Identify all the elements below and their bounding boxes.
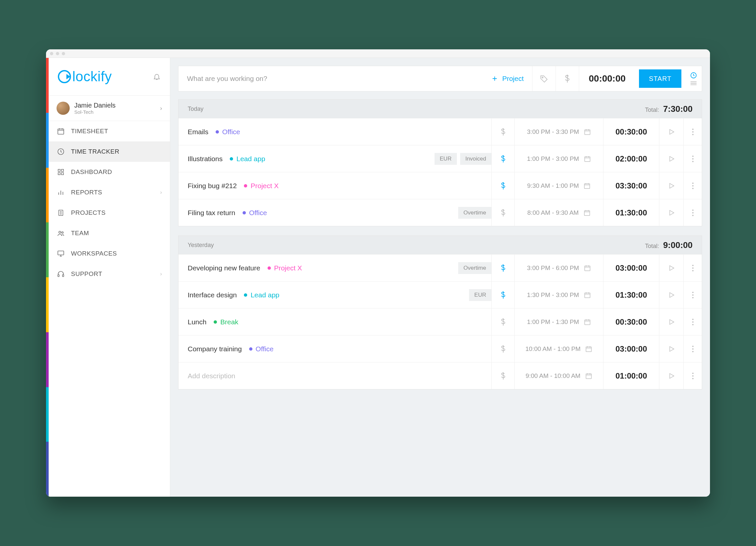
start-button[interactable]: START xyxy=(639,69,681,88)
time-entry[interactable]: Add description9:00 AM - 10:00 AM01:00:0… xyxy=(178,362,702,389)
time-entry[interactable]: LunchBreak1:00 PM - 1:30 PM00:30:00 xyxy=(178,308,702,335)
continue-button[interactable] xyxy=(659,199,683,226)
description-input[interactable]: What are you working on? xyxy=(178,75,483,83)
tag-button[interactable] xyxy=(532,74,555,83)
time-entry[interactable]: Filing tax returnOfficeOvertime8:00 AM -… xyxy=(178,199,702,226)
entry-project[interactable]: Office xyxy=(249,209,267,217)
entry-project[interactable]: Office xyxy=(256,345,273,353)
entry-project[interactable]: Lead app xyxy=(250,291,279,299)
entry-tag[interactable]: Invoiced xyxy=(460,153,491,165)
billable-toggle[interactable] xyxy=(491,172,514,199)
duration[interactable]: 01:30:00 xyxy=(603,199,659,226)
window-titlebar xyxy=(46,49,710,58)
nav-support[interactable]: SUPPORT › xyxy=(49,264,170,284)
entry-project[interactable]: Project X xyxy=(250,182,278,190)
billable-toggle[interactable] xyxy=(491,309,514,335)
entry-tag[interactable]: Overtime xyxy=(458,262,491,274)
mode-toggle[interactable] xyxy=(685,72,702,85)
duration[interactable]: 03:00:00 xyxy=(603,254,659,281)
entry-menu[interactable] xyxy=(683,309,702,335)
app-window: lockify Jamie Daniels Sol-Tech › xyxy=(46,49,710,497)
entry-description[interactable]: Filing tax return xyxy=(188,209,235,217)
entry-description[interactable]: Company training xyxy=(188,345,242,353)
entry-tag[interactable]: EUR xyxy=(435,153,457,165)
continue-button[interactable] xyxy=(659,254,683,281)
time-range[interactable]: 8:00 AM - 9:30 AM xyxy=(514,199,603,226)
entry-description-placeholder[interactable]: Add description xyxy=(188,372,235,380)
entry-menu[interactable] xyxy=(683,336,702,362)
continue-button[interactable] xyxy=(659,172,683,199)
nav-team[interactable]: TEAM xyxy=(49,223,170,243)
entry-menu[interactable] xyxy=(683,118,702,145)
bell-icon[interactable] xyxy=(153,73,161,81)
duration[interactable]: 02:00:00 xyxy=(603,145,659,172)
billable-toggle[interactable] xyxy=(491,363,514,389)
user-row[interactable]: Jamie Daniels Sol-Tech › xyxy=(49,96,170,121)
billable-toggle[interactable] xyxy=(491,336,514,362)
continue-button[interactable] xyxy=(659,145,683,172)
time-range[interactable]: 10:00 AM - 1:00 PM xyxy=(514,336,603,362)
nav-projects[interactable]: PROJECTS xyxy=(49,202,170,223)
entry-project[interactable]: Office xyxy=(222,128,240,136)
dollar-icon xyxy=(501,155,506,163)
calendar-icon xyxy=(584,319,591,326)
duration[interactable]: 00:30:00 xyxy=(603,309,659,335)
svg-point-31 xyxy=(692,265,694,266)
entry-description[interactable]: Developing new feature xyxy=(188,264,260,272)
time-range[interactable]: 3:00 PM - 3:30 PM xyxy=(514,118,603,145)
entry-menu[interactable] xyxy=(683,172,702,199)
entry-project[interactable]: Lead app xyxy=(236,155,265,163)
nav-dashboard[interactable]: DASHBOARD xyxy=(49,162,170,182)
project-picker[interactable]: Project xyxy=(483,75,532,83)
time-range[interactable]: 1:00 PM - 1:30 PM xyxy=(514,309,603,335)
entry-menu[interactable] xyxy=(683,199,702,226)
time-range[interactable]: 9:30 AM - 1:00 PM xyxy=(514,172,603,199)
project-dot-icon xyxy=(244,294,247,297)
duration[interactable]: 03:00:00 xyxy=(603,336,659,362)
timer-display[interactable]: 00:00:00 xyxy=(579,73,635,84)
nav-reports[interactable]: REPORTS › xyxy=(49,182,170,202)
nav-time-tracker[interactable]: TIME TRACKER xyxy=(49,141,170,162)
window-dot xyxy=(50,52,53,55)
entry-description[interactable]: Fixing bug #212 xyxy=(188,182,237,190)
time-entry[interactable]: Fixing bug #212Project X9:30 AM - 1:00 P… xyxy=(178,172,702,199)
billable-toggle[interactable] xyxy=(491,145,514,172)
time-entry[interactable]: EmailsOffice3:00 PM - 3:30 PM00:30:00 xyxy=(178,118,702,145)
time-entry[interactable]: IllustrationsLead appEURInvoiced1:00 PM … xyxy=(178,145,702,172)
duration[interactable]: 01:30:00 xyxy=(603,282,659,308)
entry-menu[interactable] xyxy=(683,282,702,308)
duration[interactable]: 01:00:00 xyxy=(603,363,659,389)
entry-menu[interactable] xyxy=(683,363,702,389)
continue-button[interactable] xyxy=(659,363,683,389)
entry-tag[interactable]: Overtime xyxy=(458,207,491,219)
time-entry[interactable]: Company trainingOffice10:00 AM - 1:00 PM… xyxy=(178,335,702,362)
billable-toggle[interactable] xyxy=(491,254,514,281)
entry-description[interactable]: Illustrations xyxy=(188,155,223,163)
billable-toggle[interactable] xyxy=(491,118,514,145)
continue-button[interactable] xyxy=(659,282,683,308)
entry-description[interactable]: Interface design xyxy=(188,291,237,299)
continue-button[interactable] xyxy=(659,309,683,335)
entry-menu[interactable] xyxy=(683,254,702,281)
duration[interactable]: 00:30:00 xyxy=(603,118,659,145)
time-range[interactable]: 1:00 PM - 3:00 PM xyxy=(514,145,603,172)
time-entry[interactable]: Developing new featureProject XOvertime3… xyxy=(178,254,702,281)
entry-menu[interactable] xyxy=(683,145,702,172)
billable-toggle[interactable] xyxy=(491,282,514,308)
time-range[interactable]: 3:00 PM - 6:00 PM xyxy=(514,254,603,281)
continue-button[interactable] xyxy=(659,118,683,145)
billable-toggle[interactable] xyxy=(491,199,514,226)
nav-workspaces[interactable]: WORKSPACES xyxy=(49,243,170,264)
time-range[interactable]: 9:00 AM - 10:00 AM xyxy=(514,363,603,389)
entry-project[interactable]: Project X xyxy=(274,264,302,272)
nav-timesheet[interactable]: TIMESHEET xyxy=(49,121,170,141)
time-range[interactable]: 1:30 PM - 3:00 PM xyxy=(514,282,603,308)
entry-description[interactable]: Emails xyxy=(188,128,208,136)
duration[interactable]: 03:30:00 xyxy=(603,172,659,199)
entry-tag[interactable]: EUR xyxy=(469,289,491,301)
entry-project[interactable]: Break xyxy=(220,318,238,326)
time-entry[interactable]: Interface designLead appEUR1:30 PM - 3:0… xyxy=(178,281,702,308)
billable-toggle[interactable] xyxy=(556,74,579,83)
continue-button[interactable] xyxy=(659,336,683,362)
entry-description[interactable]: Lunch xyxy=(188,318,206,326)
